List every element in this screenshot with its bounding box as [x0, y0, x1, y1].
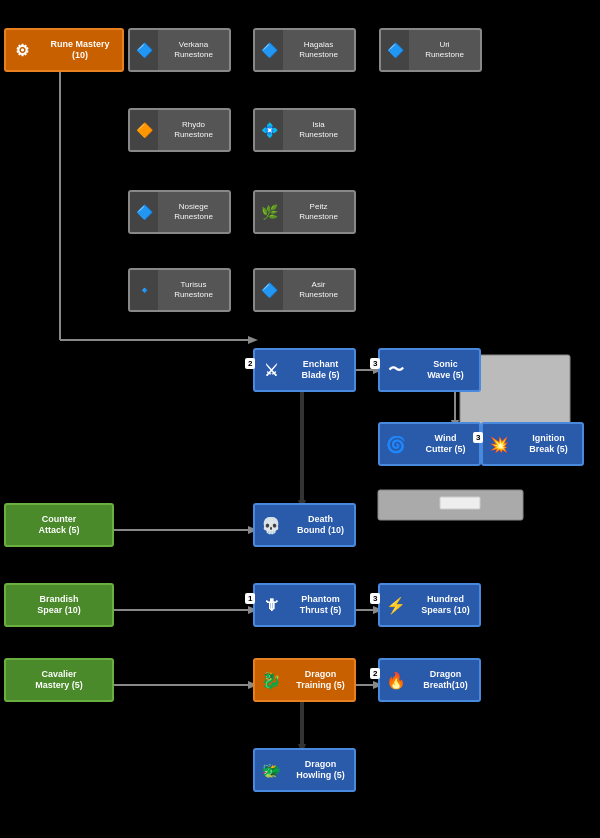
svg-marker-2 — [248, 336, 258, 344]
hundred-spears-icon: ⚡ — [380, 589, 412, 621]
rune-mastery-icon: ⚙ — [6, 34, 38, 66]
dragon-breath-node[interactable]: 🔥 DragonBreath(10) — [378, 658, 481, 702]
cavalier-mastery-label: CavalierMastery (5) — [6, 665, 112, 695]
uri-label: UriRunestone — [409, 38, 480, 61]
dragon-training-icon: 🐉 — [255, 664, 287, 696]
asir-icon: 🔷 — [255, 270, 283, 310]
rhydo-icon: 🔶 — [130, 110, 158, 150]
peitz-node[interactable]: 🌿 PeitzRunestone — [253, 190, 356, 234]
wind-cutter-icon: 🌀 — [380, 428, 412, 460]
nosiege-label: NosiegeRunestone — [158, 200, 229, 223]
turisus-node[interactable]: 🔹 TurisusRunestone — [128, 268, 231, 312]
svg-rect-28 — [440, 497, 480, 509]
enchant-blade-node[interactable]: ⚔ EnchantBlade (5) — [253, 348, 356, 392]
turisus-label: TurisusRunestone — [158, 278, 229, 301]
isia-node[interactable]: 💠 IsiaRunestone — [253, 108, 356, 152]
hagalas-node[interactable]: 🔷 HagalasRunestone — [253, 28, 356, 72]
isia-label: IsiaRunestone — [283, 118, 354, 141]
dragon-howling-icon: 🐲 — [255, 754, 287, 786]
peitz-label: PeitzRunestone — [283, 200, 354, 223]
sonic-wave-label: SonicWave (5) — [412, 357, 479, 383]
badge-sonic-wave: 3 — [370, 358, 380, 369]
asir-node[interactable]: 🔷 AsirRunestone — [253, 268, 356, 312]
hagalas-icon: 🔷 — [255, 30, 283, 70]
asir-label: AsirRunestone — [283, 278, 354, 301]
badge-ignition-break: 3 — [473, 432, 483, 443]
phantom-thrust-label: PhantomThrust (5) — [287, 592, 354, 618]
nosiege-icon: 🔷 — [130, 192, 158, 232]
counter-attack-node[interactable]: CounterAttack (5) — [4, 503, 114, 547]
rhydo-label: RhydoRunestone — [158, 118, 229, 141]
sonic-wave-node[interactable]: 〜 SonicWave (5) — [378, 348, 481, 392]
badge-dragon-breath: 2 — [370, 668, 380, 679]
verkana-node[interactable]: 🔷 VerkanaRunestone — [128, 28, 231, 72]
phantom-thrust-node[interactable]: 🗡 PhantomThrust (5) — [253, 583, 356, 627]
verkana-label: VerkanaRunestone — [158, 38, 229, 61]
brandish-spear-node[interactable]: BrandishSpear (10) — [4, 583, 114, 627]
ignition-break-node[interactable]: 💥 IgnitionBreak (5) — [481, 422, 584, 466]
badge-phantom-thrust: 1 — [245, 593, 255, 604]
wind-cutter-node[interactable]: 🌀 WindCutter (5) — [378, 422, 481, 466]
enchant-blade-icon: ⚔ — [255, 354, 287, 386]
rune-mastery-node[interactable]: ⚙ Rune Mastery (10) — [4, 28, 124, 72]
peitz-icon: 🌿 — [255, 192, 283, 232]
isia-icon: 💠 — [255, 110, 283, 150]
dragon-breath-icon: 🔥 — [380, 664, 412, 696]
uri-node[interactable]: 🔷 UriRunestone — [379, 28, 482, 72]
ignition-break-label: IgnitionBreak (5) — [515, 431, 582, 457]
death-bound-icon: 💀 — [255, 509, 287, 541]
sonic-wave-icon: 〜 — [380, 354, 412, 386]
dragon-breath-label: DragonBreath(10) — [412, 667, 479, 693]
brandish-spear-label: BrandishSpear (10) — [6, 590, 112, 620]
badge-hundred-spears: 3 — [370, 593, 380, 604]
dragon-howling-label: DragonHowling (5) — [287, 757, 354, 783]
death-bound-node[interactable]: 💀 DeathBound (10) — [253, 503, 356, 547]
turisus-icon: 🔹 — [130, 270, 158, 310]
counter-attack-label: CounterAttack (5) — [6, 510, 112, 540]
ignition-break-icon: 💥 — [483, 428, 515, 460]
hundred-spears-label: HundredSpears (10) — [412, 592, 479, 618]
hagalas-label: HagalasRunestone — [283, 38, 354, 61]
dragon-training-label: DragonTraining (5) — [287, 667, 354, 693]
badge-enchant-blade: 2 — [245, 358, 255, 369]
svg-rect-27 — [378, 490, 523, 520]
uri-icon: 🔷 — [381, 30, 409, 70]
skill-tree: ⚙ Rune Mastery (10) 🔷 VerkanaRunestone 🔷… — [0, 0, 600, 838]
hundred-spears-node[interactable]: ⚡ HundredSpears (10) — [378, 583, 481, 627]
cavalier-mastery-node[interactable]: CavalierMastery (5) — [4, 658, 114, 702]
verkana-icon: 🔷 — [130, 30, 158, 70]
nosiege-node[interactable]: 🔷 NosiegeRunestone — [128, 190, 231, 234]
death-bound-label: DeathBound (10) — [287, 512, 354, 538]
rune-mastery-label: Rune Mastery (10) — [38, 37, 122, 63]
dragon-training-node[interactable]: 🐉 DragonTraining (5) — [253, 658, 356, 702]
dragon-howling-node[interactable]: 🐲 DragonHowling (5) — [253, 748, 356, 792]
rhydo-node[interactable]: 🔶 RhydoRunestone — [128, 108, 231, 152]
phantom-thrust-icon: 🗡 — [255, 589, 287, 621]
wind-cutter-label: WindCutter (5) — [412, 431, 479, 457]
enchant-blade-label: EnchantBlade (5) — [287, 357, 354, 383]
